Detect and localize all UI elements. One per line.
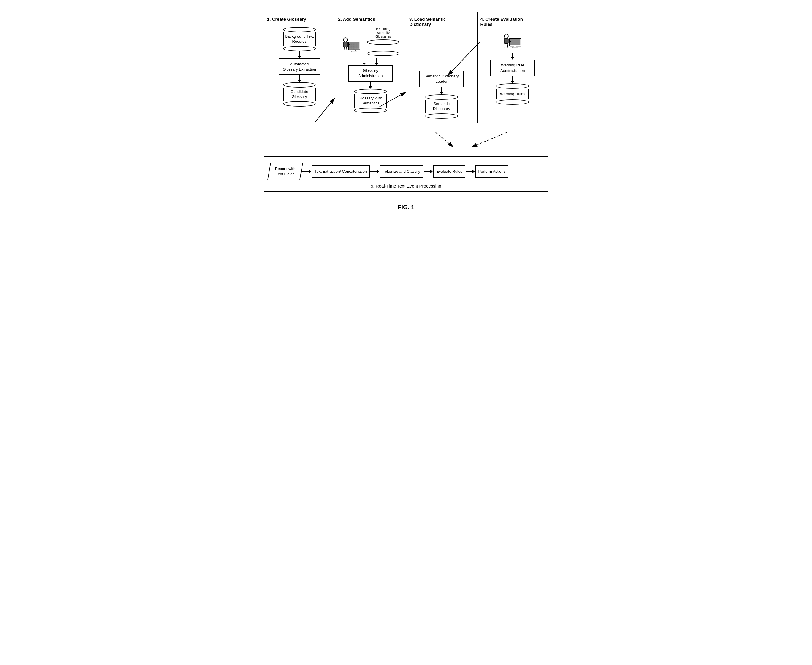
connector-area bbox=[264, 132, 548, 147]
db-top-2 bbox=[283, 82, 316, 88]
column-1: 1. Create Glossary Background Text Recor… bbox=[264, 13, 336, 123]
flow-arrow-2 bbox=[370, 170, 379, 173]
col4-content: Warning Rule Administration Warning Rule… bbox=[480, 32, 545, 105]
col4-title: 4. Create EvaluationRules bbox=[480, 16, 545, 27]
flow-arrow-1 bbox=[302, 170, 311, 173]
col3-title: 3. Load SemanticDictionary bbox=[409, 16, 474, 27]
arrow-auth-down bbox=[375, 58, 378, 65]
db-bottom-wr bbox=[496, 100, 529, 105]
col2-icons: (Optional)AuthorityGlossaries bbox=[341, 27, 399, 56]
main-diagram: 1. Create Glossary Background Text Recor… bbox=[264, 12, 548, 211]
warning-rule-admin-box: Warning Rule Administration bbox=[490, 60, 535, 76]
db-body-candidate: Candidate Glossary bbox=[283, 88, 316, 101]
svg-rect-12 bbox=[510, 39, 521, 45]
arrow-warning-down bbox=[511, 76, 514, 84]
candidate-glossary: Candidate Glossary bbox=[283, 82, 316, 106]
person-computer-icon-2 bbox=[502, 32, 523, 52]
svg-rect-5 bbox=[344, 42, 347, 47]
db-bottom-auth bbox=[367, 51, 399, 56]
db-top-auth bbox=[367, 39, 399, 45]
col1-content: Background Text Records Automated Glossa… bbox=[267, 27, 332, 106]
svg-line-18 bbox=[505, 44, 506, 48]
authority-glossaries-db bbox=[367, 39, 399, 56]
svg-rect-3 bbox=[352, 51, 357, 52]
warning-rules-db: Warning Rules bbox=[496, 84, 529, 105]
svg-line-25 bbox=[435, 132, 453, 147]
svg-point-15 bbox=[504, 34, 508, 38]
text-extraction-box: Text Extraction/ Concatenation bbox=[312, 165, 370, 178]
semantic-dict-db: Semantic Dictionary bbox=[425, 94, 458, 119]
svg-rect-14 bbox=[512, 48, 518, 48]
db-top-wr bbox=[496, 84, 529, 89]
svg-line-7 bbox=[344, 47, 345, 51]
arrow-down-1 bbox=[298, 51, 301, 59]
person-svg-2 bbox=[502, 32, 523, 51]
perform-actions-box: Perform Actions bbox=[475, 165, 509, 178]
svg-line-26 bbox=[471, 132, 507, 147]
column-3: 3. Load SemanticDictionary Semantic Dict… bbox=[406, 13, 478, 123]
svg-rect-16 bbox=[504, 38, 508, 44]
db-bottom-2 bbox=[283, 101, 316, 106]
record-text-fields: Record with Text Fields bbox=[267, 163, 303, 180]
auto-glossary-box: Automated Glossary Extraction bbox=[279, 59, 320, 75]
svg-point-4 bbox=[344, 38, 347, 42]
glossary-semantics-db: Glossary With Semantics bbox=[354, 89, 387, 113]
optional-authority: (Optional)AuthorityGlossaries bbox=[367, 27, 399, 56]
arrow-person2-down bbox=[511, 52, 514, 60]
svg-line-8 bbox=[347, 47, 347, 51]
db-body-sd: Semantic Dictionary bbox=[425, 100, 458, 113]
col2-content: (Optional)AuthorityGlossaries bbox=[338, 27, 403, 113]
dashed-connectors bbox=[264, 132, 548, 147]
col2-top-arrows bbox=[362, 58, 378, 65]
bottom-flow: Record with Text Fields Text Extraction/… bbox=[269, 163, 543, 180]
evaluate-rules-box: Evaluate Rules bbox=[433, 165, 465, 178]
top-section: 1. Create Glossary Background Text Recor… bbox=[264, 12, 548, 123]
diagram-wrapper: 1. Create Glossary Background Text Recor… bbox=[264, 12, 548, 123]
flow-arrow-3 bbox=[424, 170, 433, 173]
db-bottom bbox=[283, 46, 316, 51]
col2-title: 2. Add Semantics bbox=[338, 16, 403, 22]
bottom-section: Record with Text Fields Text Extraction/… bbox=[264, 156, 548, 192]
opt-label: (Optional)AuthorityGlossaries bbox=[370, 27, 396, 39]
fig-caption: FIG. 1 bbox=[264, 204, 548, 211]
record-text-inner: Record with Text Fields bbox=[273, 166, 297, 177]
db-top-gs bbox=[354, 89, 387, 94]
db-bottom-gs bbox=[354, 108, 387, 113]
db-top-sd bbox=[425, 94, 458, 100]
db-body-bg: Background Text Records bbox=[283, 32, 316, 46]
column-2: 2. Add Semantics bbox=[336, 13, 407, 123]
arrow-down-2 bbox=[298, 75, 301, 82]
arrow-glossary-down bbox=[368, 82, 372, 89]
db-body-gs: Glossary With Semantics bbox=[354, 94, 387, 108]
bg-text-records: Background Text Records bbox=[283, 27, 316, 51]
db-body-auth bbox=[367, 45, 399, 51]
arrow-semantic-down bbox=[440, 87, 444, 94]
svg-rect-9 bbox=[349, 42, 360, 49]
tokenize-classify-box: Tokenize and Classify bbox=[380, 165, 423, 178]
db-top bbox=[283, 27, 316, 32]
db-body-wr: Warning Rules bbox=[496, 89, 529, 100]
person-computer-icon bbox=[341, 36, 362, 56]
semantic-loader-box: Semantic Dictionary Loader bbox=[419, 70, 464, 87]
col1-title: 1. Create Glossary bbox=[267, 16, 332, 22]
column-4: 4. Create EvaluationRules bbox=[478, 13, 548, 123]
col3-content: Semantic Dictionary Loader Semantic Dict… bbox=[409, 32, 474, 119]
glossary-admin-box: Glossary Administration bbox=[348, 65, 393, 82]
person-svg bbox=[341, 36, 362, 55]
flow-arrow-4 bbox=[466, 170, 475, 173]
bottom-section-label: 5. Real-Time Text Event Processing bbox=[371, 183, 441, 188]
arrow-person-down bbox=[362, 58, 366, 65]
db-bottom-sd bbox=[425, 113, 458, 119]
svg-line-19 bbox=[508, 44, 508, 48]
